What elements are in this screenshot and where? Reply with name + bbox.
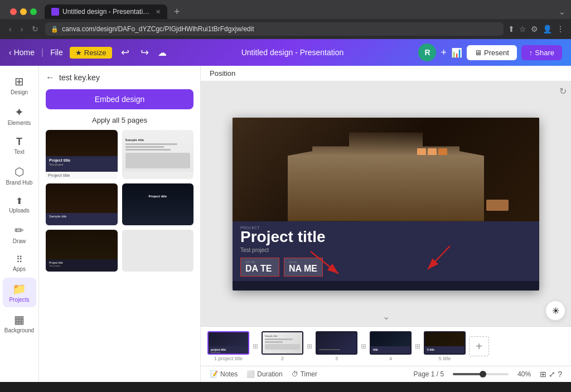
add-page-button[interactable]: + <box>469 336 489 356</box>
duration-button[interactable]: ⬜ Duration <box>246 370 282 378</box>
help-icon[interactable]: ? <box>558 370 562 379</box>
undo-button[interactable]: ↩ <box>119 45 132 60</box>
sidebar-item-design[interactable]: ⊞ Design <box>3 70 36 100</box>
minimize-dot[interactable] <box>20 8 27 15</box>
app-body: ⊞ Design ✦ Elements T Text ⬡ Brand Hub ⬆… <box>0 66 571 382</box>
slide-fields: DA TE DA TE Cli nt. NA ME <box>240 258 531 277</box>
tab-close-button[interactable]: ✕ <box>156 8 161 16</box>
template-thumb-2[interactable]: Sample title <box>122 130 194 179</box>
page-thumb-1[interactable]: project title test project 1 project tit… <box>207 331 249 361</box>
thumb-connector-1: ⊞ <box>253 342 258 350</box>
forward-button[interactable]: › <box>18 23 26 35</box>
thumb-1-preview: project title test project <box>207 331 249 355</box>
sidebar-item-draw[interactable]: ✏ Draw <box>3 219 36 249</box>
resize-button[interactable]: ★ Resize <box>70 47 112 59</box>
more-icon[interactable]: ⋮ <box>557 25 564 33</box>
elements-label: Elements <box>8 120 31 126</box>
header-divider: | <box>41 47 43 57</box>
share-label: Share <box>535 49 554 57</box>
app-header: ‹ Home | File ★ Resize ↩ ↪ ☁ Untitled de… <box>0 39 571 66</box>
extension-icon[interactable]: ⚙ <box>531 25 538 33</box>
sidebar-item-projects[interactable]: 📁 Projects <box>3 278 36 307</box>
thumb-1-num: 1 project title <box>207 356 249 361</box>
browser-chrome: Untitled design - Presentatio... ✕ + ⌄ ‹… <box>0 0 571 39</box>
address-bar[interactable]: 🔒 canva.com/design/DAFo_dYZCgc/PIGjdHWlh… <box>45 22 504 36</box>
brand-label: Brand Hub <box>6 180 33 186</box>
sidebar-item-brand[interactable]: ⬡ Brand Hub <box>3 161 36 190</box>
slider-track[interactable] <box>453 373 509 375</box>
apps-icon: ⠿ <box>16 254 23 265</box>
new-tab-button[interactable]: + <box>171 6 183 18</box>
lock-icon: 🔒 <box>51 26 59 33</box>
magic-button[interactable]: ✳ <box>545 301 565 321</box>
redo-button[interactable]: ↪ <box>138 45 151 60</box>
chevron-left-icon: ‹ <box>9 48 12 57</box>
back-button[interactable]: ‹ <box>7 23 14 35</box>
home-label: Home <box>14 48 35 57</box>
avatar[interactable]: R <box>418 43 436 61</box>
slide-field-client[interactable]: Cli nt. NA ME <box>284 258 323 277</box>
active-tab[interactable]: Untitled design - Presentatio... ✕ <box>45 4 167 19</box>
thumb-4-preview: title <box>370 331 412 355</box>
timer-label: Timer <box>301 370 317 378</box>
canvas-chevron-icon[interactable]: ⌄ <box>383 311 390 322</box>
notes-icon: 📝 <box>210 370 218 378</box>
thumb-5-preview: 5 title <box>424 331 466 355</box>
design-icon: ⊞ <box>14 75 24 88</box>
resize-label: Resize <box>84 49 107 57</box>
close-dot[interactable] <box>10 8 17 15</box>
page-thumb-2[interactable]: Sample title 2 <box>262 331 303 361</box>
template-thumb-1[interactable]: Project title Test project Project title <box>46 130 118 179</box>
present-label: Present <box>484 49 509 57</box>
tab-title: Untitled design - Presentatio... <box>62 8 150 16</box>
share-button[interactable]: ↑ Share <box>521 45 562 60</box>
embed-design-button[interactable]: Embed design <box>46 89 193 109</box>
lights-element <box>417 148 447 155</box>
thumb-2-preview: Sample title <box>262 331 303 355</box>
sidebar-item-text[interactable]: T Text <box>3 132 36 159</box>
grid-view-icon[interactable]: ⊞ <box>540 370 546 379</box>
background-icon: ▦ <box>14 313 25 326</box>
analytics-icon[interactable]: 📊 <box>451 47 462 58</box>
zoom-slider[interactable] <box>453 373 509 375</box>
page-thumb-3[interactable]: 3 <box>316 331 357 361</box>
sidebar-item-elements[interactable]: ✦ Elements <box>3 101 36 130</box>
template-thumb-3[interactable]: Sample title <box>46 183 118 225</box>
position-header: Position <box>201 66 571 81</box>
notes-button[interactable]: 📝 Notes <box>210 370 238 378</box>
share-icon[interactable]: ⬆ <box>508 25 515 33</box>
slide-container: PROJ ECT Project title Test project DA T… <box>233 118 539 291</box>
template-thumb-5[interactable]: Project title Test project <box>46 230 118 272</box>
file-menu[interactable]: File <box>50 48 63 57</box>
bookmark-icon[interactable]: ☆ <box>519 25 526 33</box>
slide-content-bar: PROJ ECT Project title Test project DA T… <box>233 221 539 281</box>
thumb-connector-2: ⊞ <box>307 342 312 350</box>
add-collaborator-icon[interactable]: + <box>441 47 447 59</box>
slider-thumb[interactable] <box>480 371 486 378</box>
canvas-area: Position ↻ <box>201 66 571 382</box>
present-button[interactable]: 🖥 Present <box>467 45 517 60</box>
profile-icon[interactable]: 👤 <box>543 25 552 33</box>
template-thumb-4[interactable]: Project title <box>122 183 194 225</box>
template-thumb-6[interactable] <box>122 230 194 272</box>
home-button[interactable]: ‹ Home <box>9 48 35 57</box>
reload-button[interactable]: ↻ <box>30 23 41 35</box>
sidebar-item-uploads[interactable]: ⬆ Uploads <box>3 191 36 218</box>
maximize-dot[interactable] <box>30 8 37 15</box>
panel-title: test key.key <box>59 73 100 82</box>
browser-menu-icon: ⌄ <box>559 7 565 16</box>
panel-header: ← test key.key <box>46 72 193 83</box>
page-thumb-5[interactable]: 5 title 5 title <box>424 331 466 361</box>
sidebar-item-background[interactable]: ▦ Background <box>3 308 36 338</box>
slide-title[interactable]: Project title <box>240 228 531 246</box>
refresh-icon[interactable]: ↻ <box>559 86 567 96</box>
slide-field-date[interactable]: DA TE DA TE <box>240 258 279 277</box>
fullscreen-icon[interactable]: ⤢ <box>549 370 555 379</box>
panel-back-button[interactable]: ← <box>46 72 55 83</box>
thumb-connector-4: ⊞ <box>415 342 420 350</box>
timer-button[interactable]: ⏱ Timer <box>292 370 317 378</box>
page-thumb-4[interactable]: title 4 <box>370 331 412 361</box>
sidebar-item-apps[interactable]: ⠿ Apps <box>3 250 36 277</box>
slide-subtitle[interactable]: Test project <box>240 247 531 253</box>
page-thumbnail-strip: project title test project 1 project tit… <box>201 326 571 366</box>
